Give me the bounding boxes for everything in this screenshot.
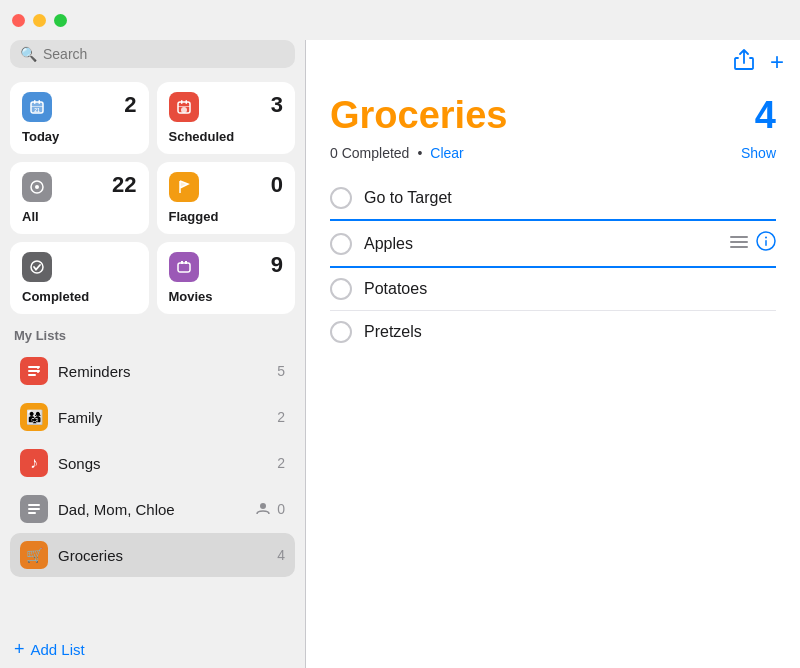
svg-rect-16 xyxy=(185,261,187,264)
smart-card-flagged[interactable]: 0 Flagged xyxy=(157,162,296,234)
close-button[interactable] xyxy=(12,14,25,27)
info-button-apples[interactable] xyxy=(756,231,776,256)
smart-card-today[interactable]: 21 2 Today xyxy=(10,82,149,154)
smart-card-movies[interactable]: 9 Movies xyxy=(157,242,296,314)
svg-rect-27 xyxy=(730,241,748,243)
all-icon xyxy=(22,172,52,202)
songs-icon: ♪ xyxy=(20,449,48,477)
smart-grid: 21 2 Today 3 Scheduled xyxy=(10,82,295,314)
list-item-reminders[interactable]: Reminders 5 xyxy=(10,349,295,393)
svg-point-13 xyxy=(31,261,43,273)
reminder-circle-go-to-target[interactable] xyxy=(330,187,352,209)
svg-point-20 xyxy=(37,367,39,369)
share-button[interactable] xyxy=(734,49,754,76)
svg-point-12 xyxy=(35,185,39,189)
main-body: Groceries 4 0 Completed • Clear Show Go … xyxy=(306,84,800,668)
reminder-item-apples: Apples xyxy=(330,221,776,268)
reminder-text-potatoes: Potatoes xyxy=(364,280,776,298)
dad-mom-chloe-count: 0 xyxy=(277,501,285,517)
my-lists: Reminders 5 👨‍👩‍👧 Family 2 ♪ Songs 2 xyxy=(10,349,295,577)
movies-label: Movies xyxy=(169,289,213,304)
drag-handle-icon xyxy=(730,235,748,253)
svg-text:21: 21 xyxy=(34,107,40,113)
smart-card-completed[interactable]: Completed xyxy=(10,242,149,314)
svg-point-25 xyxy=(260,503,266,509)
svg-rect-22 xyxy=(28,504,40,506)
completed-icon xyxy=(22,252,52,282)
all-label: All xyxy=(22,209,39,224)
today-count: 2 xyxy=(124,92,136,118)
list-item-dad-mom-chloe[interactable]: Dad, Mom, Chloe 0 xyxy=(10,487,295,531)
reminders-name: Reminders xyxy=(58,363,267,380)
window-controls xyxy=(12,14,67,27)
svg-rect-2 xyxy=(34,100,36,104)
minimize-button[interactable] xyxy=(33,14,46,27)
today-icon: 21 xyxy=(22,92,52,122)
all-count: 22 xyxy=(112,172,136,198)
svg-rect-24 xyxy=(28,512,36,514)
list-item-songs[interactable]: ♪ Songs 2 xyxy=(10,441,295,485)
reminder-item-go-to-target: Go to Target xyxy=(330,177,776,221)
smart-card-all[interactable]: 22 All xyxy=(10,162,149,234)
list-item-groceries[interactable]: 🛒 Groceries 4 xyxy=(10,533,295,577)
list-item-family[interactable]: 👨‍👩‍👧 Family 2 xyxy=(10,395,295,439)
completed-row: 0 Completed • Clear Show xyxy=(330,145,776,161)
smart-card-scheduled[interactable]: 3 Scheduled xyxy=(157,82,296,154)
family-extra: 2 xyxy=(277,409,285,425)
svg-rect-7 xyxy=(181,100,183,104)
sidebar: 🔍 21 2 Today xyxy=(0,40,305,668)
search-bar[interactable]: 🔍 xyxy=(10,40,295,68)
family-icon: 👨‍👩‍👧 xyxy=(20,403,48,431)
add-list-button[interactable]: + Add List xyxy=(10,630,295,668)
svg-rect-3 xyxy=(39,100,41,104)
groceries-name: Groceries xyxy=(58,547,267,564)
list-title: Groceries xyxy=(330,94,507,137)
clear-button[interactable]: Clear xyxy=(430,145,463,161)
reminders-icon xyxy=(20,357,48,385)
dad-mom-chloe-extra: 0 xyxy=(255,500,285,519)
reminder-list: Go to Target Apples xyxy=(330,177,776,353)
family-count: 2 xyxy=(277,409,285,425)
songs-extra: 2 xyxy=(277,455,285,471)
reminder-item-pretzels: Pretzels xyxy=(330,311,776,353)
my-lists-heading: My Lists xyxy=(10,328,295,343)
svg-point-21 xyxy=(37,371,39,373)
svg-rect-26 xyxy=(730,236,748,238)
svg-rect-15 xyxy=(181,261,183,264)
list-count-big: 4 xyxy=(755,94,776,137)
reminder-text-pretzels: Pretzels xyxy=(364,323,776,341)
main-content: + Groceries 4 0 Completed • Clear Show G… xyxy=(306,40,800,668)
shared-icon xyxy=(255,500,271,519)
svg-rect-9 xyxy=(178,106,190,107)
reminder-item-potatoes: Potatoes xyxy=(330,268,776,311)
dad-mom-chloe-icon xyxy=(20,495,48,523)
svg-rect-28 xyxy=(730,246,748,248)
completed-label: Completed xyxy=(22,289,89,304)
completed-count-label: 0 Completed xyxy=(330,145,409,161)
maximize-button[interactable] xyxy=(54,14,67,27)
svg-point-10 xyxy=(181,107,187,113)
reminder-circle-apples[interactable] xyxy=(330,233,352,255)
groceries-icon: 🛒 xyxy=(20,541,48,569)
add-list-plus-icon: + xyxy=(14,640,25,658)
main-toolbar: + xyxy=(306,40,800,84)
reminder-circle-pretzels[interactable] xyxy=(330,321,352,343)
add-list-label: Add List xyxy=(31,641,85,658)
reminders-count: 5 xyxy=(277,363,285,379)
flagged-count: 0 xyxy=(271,172,283,198)
scheduled-count: 3 xyxy=(271,92,283,118)
flagged-icon xyxy=(169,172,199,202)
groceries-extra: 4 xyxy=(277,547,285,563)
search-input[interactable] xyxy=(43,46,285,62)
svg-point-30 xyxy=(765,237,767,239)
add-reminder-button[interactable]: + xyxy=(770,48,784,76)
apples-actions xyxy=(730,231,776,256)
show-button[interactable]: Show xyxy=(741,145,776,161)
movies-icon xyxy=(169,252,199,282)
title-bar xyxy=(0,0,800,40)
reminder-circle-potatoes[interactable] xyxy=(330,278,352,300)
reminder-text-apples: Apples xyxy=(364,235,718,253)
flagged-label: Flagged xyxy=(169,209,219,224)
svg-rect-8 xyxy=(185,100,187,104)
groceries-count: 4 xyxy=(277,547,285,563)
